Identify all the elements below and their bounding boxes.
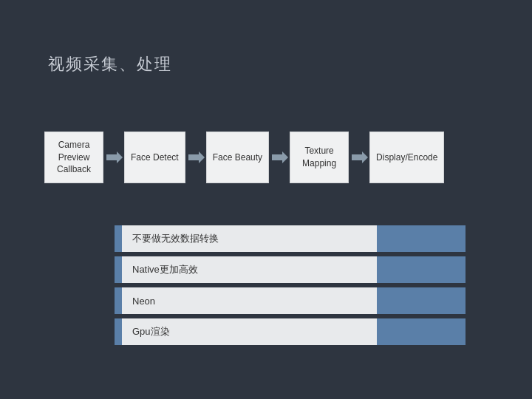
svg-marker-0 <box>106 151 123 163</box>
bullet-row-3: Neon <box>115 287 466 314</box>
bullet-section: 不要做无效数据转换 Native更加高效 Neon Gpu渲染 <box>115 225 466 345</box>
bullet-row-1: 不要做无效数据转换 <box>115 225 466 252</box>
arrow-2 <box>185 147 206 168</box>
flow-box-face-detect: Face Detect <box>124 132 185 183</box>
bullet-accent-right-2 <box>377 256 466 283</box>
flow-box-face-beauty: Face Beauty <box>206 132 269 183</box>
bullet-accent-right-3 <box>377 287 466 314</box>
flow-box-display-encode: Display/Encode <box>369 132 444 183</box>
bullet-row-2: Native更加高效 <box>115 256 466 283</box>
bullet-text-1: 不要做无效数据转换 <box>122 225 377 252</box>
svg-marker-2 <box>272 151 288 163</box>
bullet-text-4: Gpu渲染 <box>122 318 377 345</box>
flow-box-camera-preview: CameraPreviewCallback <box>44 132 103 183</box>
bullet-accent-left-1 <box>115 225 122 252</box>
page-title: 视频采集、处理 <box>48 53 172 75</box>
bullet-text-2: Native更加高效 <box>122 256 377 283</box>
bullet-text-3: Neon <box>122 287 377 314</box>
bullet-row-4: Gpu渲染 <box>115 318 466 345</box>
arrow-1 <box>103 147 124 168</box>
svg-marker-1 <box>188 151 205 163</box>
bullet-accent-left-2 <box>115 256 122 283</box>
bullet-accent-left-4 <box>115 318 122 345</box>
arrow-4 <box>349 147 369 168</box>
flow-diagram: CameraPreviewCallback Face Detect Face B… <box>44 132 517 183</box>
bullet-accent-right-4 <box>377 318 466 345</box>
arrow-3 <box>269 147 290 168</box>
bullet-accent-left-3 <box>115 287 122 314</box>
bullet-accent-right-1 <box>377 225 466 252</box>
svg-marker-3 <box>352 151 368 163</box>
flow-box-texture-mapping: TextureMapping <box>290 132 349 183</box>
